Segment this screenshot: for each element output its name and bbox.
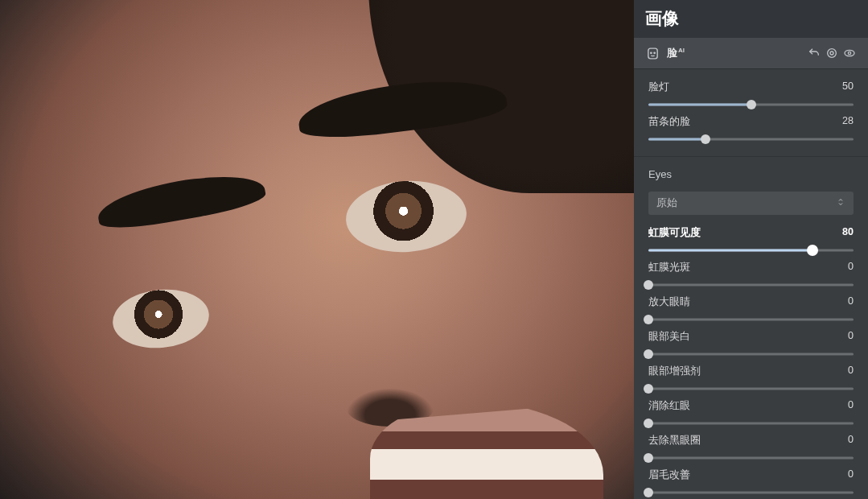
svg-point-4 [830,52,833,55]
slider-track[interactable] [648,245,854,256]
slider-face-0: 脸灯 50 [634,80,868,115]
eyes-preset-select[interactable]: 原始 [648,192,854,215]
slider-label: 眼部美白 [648,330,690,344]
slider-value: 0 [848,399,854,413]
slider-value: 28 [842,115,854,129]
panel-title: 画像 [634,0,868,38]
slider-track[interactable] [648,348,854,360]
slider-eyes-4: 眼部增强剂 0 [634,365,868,399]
image-canvas[interactable] [0,0,634,499]
slider-track[interactable] [648,383,854,394]
svg-point-1 [650,52,651,53]
slider-track[interactable] [648,452,854,464]
svg-point-6 [848,52,850,54]
slider-thumb[interactable] [644,488,653,497]
slider-thumb[interactable] [644,384,653,394]
tool-header: 脸AI [634,38,868,69]
slider-value: 50 [842,80,854,94]
svg-rect-0 [648,48,656,59]
slider-value: 80 [842,226,854,240]
slider-eyes-1: 虹膜光斑 0 [634,261,868,295]
slider-label: 虹膜可见度 [648,226,701,240]
slider-face-1: 苗条的脸 28 [634,115,868,150]
panel-body[interactable]: 脸灯 50 苗条的脸 28 Eyes 原始 虹膜可见度 [634,69,868,499]
visibility-icon[interactable] [841,44,858,62]
slider-eyes-5: 消除红眼 0 [634,399,868,434]
slider-eyes-6: 去除黑眼圈 0 [634,434,868,468]
slider-value: 0 [848,330,854,344]
slider-eyes-7: 眉毛改善 0 [634,468,868,499]
slider-thumb[interactable] [644,453,653,463]
slider-thumb[interactable] [701,134,710,144]
tool-label: 脸AI [667,46,685,60]
slider-label: 眉毛改善 [648,468,690,482]
slider-value: 0 [848,295,854,309]
updown-icon [836,197,845,209]
slider-label: 放大眼睛 [648,295,690,309]
slider-eyes-3: 眼部美白 0 [634,330,868,365]
right-panel: 画像 脸AI 脸灯 50 [634,0,868,499]
slider-label: 脸灯 [648,80,669,94]
slider-label: 眼部增强剂 [648,365,701,378]
svg-point-5 [845,50,854,56]
slider-track[interactable] [648,314,854,325]
slider-track[interactable] [648,279,854,291]
slider-track[interactable] [648,99,854,110]
slider-value: 0 [848,468,854,482]
undo-icon[interactable] [805,44,823,62]
svg-point-3 [828,49,837,58]
reset-icon[interactable] [823,44,841,62]
face-icon [644,44,661,62]
slider-value: 0 [848,365,854,378]
slider-label: 消除红眼 [648,399,690,413]
slider-eyes-0: 虹膜可见度 80 [634,226,868,261]
slider-thumb[interactable] [644,315,653,324]
slider-thumb[interactable] [644,419,653,428]
slider-value: 0 [848,261,854,274]
slider-thumb[interactable] [807,245,818,256]
slider-label: 去除黑眼圈 [648,434,701,447]
slider-label: 苗条的脸 [648,115,690,129]
section-title-eyes: Eyes [634,156,868,187]
slider-thumb[interactable] [644,280,653,290]
slider-value: 0 [848,434,854,447]
slider-track[interactable] [648,418,854,429]
eyes-preset-value: 原始 [656,196,677,210]
slider-track[interactable] [648,134,854,145]
slider-label: 虹膜光斑 [648,261,690,274]
svg-point-2 [653,52,654,53]
slider-thumb[interactable] [644,349,653,359]
slider-track[interactable] [648,487,854,498]
slider-eyes-2: 放大眼睛 0 [634,295,868,330]
slider-thumb[interactable] [747,100,756,109]
